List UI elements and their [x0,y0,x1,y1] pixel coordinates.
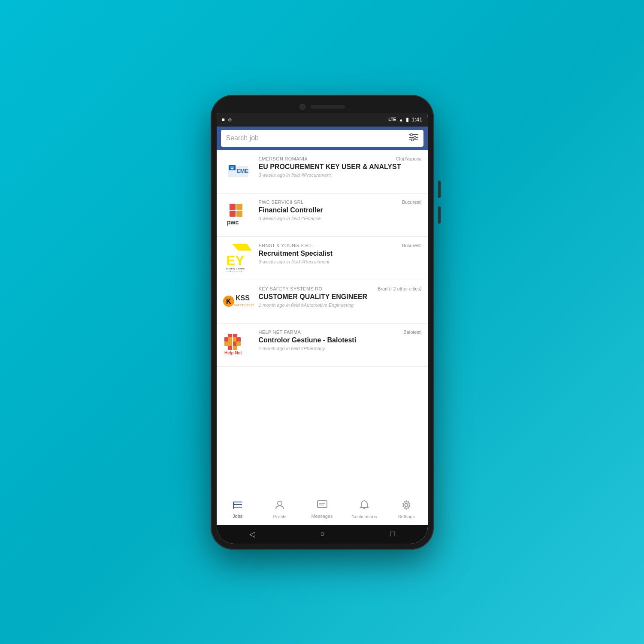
battery-icon: ▮ [406,116,409,123]
emerson-logo: EMERSON [223,156,254,187]
search-bar-container: Search job [217,127,428,150]
job-item-helpnet[interactable]: Help Net Help Net Farma Balotesti Contro… [217,324,428,367]
job-age: 3 weeks ago in field #Finance [259,216,422,221]
status-right-icons: LTE ▲ ▮ 1:41 [388,116,422,123]
app-screen: ■ ☺ LTE ▲ ▮ 1:41 Search job [217,113,428,544]
company-name: Help Net Farma [259,330,301,335]
lte-icon: LTE [388,117,396,122]
phone-device: ■ ☺ LTE ▲ ▮ 1:41 Search job [211,95,434,550]
status-left-icons: ■ ☺ [222,117,233,123]
svg-rect-30 [236,337,241,342]
status-bar: ■ ☺ LTE ▲ ▮ 1:41 [217,113,428,127]
search-input-wrapper[interactable]: Search job [221,130,423,147]
notification-icon-2: ☺ [227,117,233,123]
svg-text:EY: EY [226,253,245,268]
svg-text:K: K [226,298,231,305]
nav-item-messages[interactable]: Messages [301,498,343,521]
svg-rect-35 [228,346,232,350]
svg-point-47 [405,503,408,506]
job-list: EMERSON EMERSON ROMANIA Cluj Napoca EU P… [217,150,428,494]
svg-point-5 [411,139,413,141]
svg-rect-36 [233,346,237,350]
speaker [311,105,345,109]
svg-rect-32 [228,342,232,346]
time-display: 1:41 [411,116,422,123]
camera [299,104,305,110]
nav-item-settings[interactable]: Settings [385,497,427,522]
nav-item-profile[interactable]: Profile [259,497,301,522]
job-title: Controlor Gestiune - Balotesti [259,336,422,344]
svg-point-3 [410,133,412,136]
job-location: Bucuresti [402,200,422,205]
job-item-ey[interactable]: EY Building a better working world Ernst… [217,237,428,280]
settings-label: Settings [398,514,415,519]
volume-down-button[interactable] [438,206,441,224]
svg-rect-14 [230,211,236,217]
bottom-nav: Jobs Profile [217,494,428,525]
svg-text:Building a better: Building a better [226,267,245,270]
svg-rect-12 [230,204,236,210]
messages-icon [317,500,327,512]
notifications-label: Notifications [351,514,377,519]
filter-icon[interactable] [409,133,418,143]
job-age: 3 weeks ago in field #Procurement [259,172,422,178]
job-age: 1 month ago in field #Automotive Enginee… [259,302,422,308]
company-name: EMERSON ROMANIA [259,156,308,161]
job-age: 1 month ago in field #Pharmacy [259,346,422,351]
jobs-icon [233,500,243,512]
phone-top-bar [217,101,428,113]
job-info-ey: Ernst & Young S.R.L. Bucuresti Recruitme… [259,243,422,264]
svg-rect-15 [236,211,242,217]
svg-rect-28 [228,337,232,342]
svg-point-42 [278,501,282,505]
svg-text:EMERSON: EMERSON [236,168,249,174]
volume-up-button[interactable] [438,181,441,198]
svg-marker-17 [232,244,252,251]
job-info-kss: Key Safety Systems RO Brad (+2 other cit… [259,286,422,308]
phone-screen: ■ ☺ LTE ▲ ▮ 1:41 Search job [217,101,428,544]
nav-item-jobs[interactable]: Jobs [217,498,259,521]
job-location: Cluj Napoca [396,156,422,161]
svg-rect-43 [317,501,327,508]
svg-text:SAFETY SYSTEMS: SAFETY SYSTEMS [234,304,254,307]
kss-logo: K KSS SAFETY SYSTEMS [223,286,254,317]
job-title: EU PROCUREMENT KEY USER & ANALYST [259,163,422,171]
svg-point-4 [414,136,416,138]
signal-icon: ▲ [399,117,403,122]
jobs-label: Jobs [233,514,242,519]
notification-icon-1: ■ [222,117,225,123]
messages-label: Messages [311,514,333,519]
back-button[interactable]: ◁ [249,529,255,539]
job-item-kss[interactable]: K KSS SAFETY SYSTEMS Key Safety Systems … [217,280,428,324]
job-info-pwc: PwC Servicii SRL Bucuresti Financial Con… [259,200,422,221]
company-name: Ernst & Young S.R.L. [259,243,314,248]
svg-rect-34 [236,342,241,346]
company-name: Key Safety Systems RO [259,286,323,291]
profile-icon [275,500,284,513]
notifications-icon [360,500,369,513]
svg-rect-13 [236,204,242,210]
settings-icon [401,500,411,513]
svg-text:working world: working world [226,271,242,272]
svg-text:pwc: pwc [227,219,239,226]
job-location: Balotesti [403,330,421,335]
svg-text:Help Net: Help Net [224,351,242,355]
helpnet-logo: Help Net [223,330,254,360]
profile-label: Profile [273,514,287,519]
recent-button[interactable]: □ [390,529,395,538]
job-info-helpnet: Help Net Farma Balotesti Controlor Gesti… [259,330,422,351]
job-item-pwc[interactable]: pwc PwC Servicii SRL Bucuresti Financial… [217,194,428,237]
nav-item-notifications[interactable]: Notifications [343,497,385,522]
android-nav-bar: ◁ ○ □ [217,525,428,544]
job-item-emerson[interactable]: EMERSON EMERSON ROMANIA Cluj Napoca EU P… [217,150,428,194]
job-title: CUSTOMER QUALITY ENGINEER [259,293,422,301]
home-button[interactable]: ○ [320,529,325,538]
pwc-logo: pwc [223,200,254,230]
job-location: Brad (+2 other cities) [378,286,421,291]
job-title: Financial Controller [259,206,422,214]
job-title: Recruitment Specialist [259,249,422,257]
svg-text:KSS: KSS [236,294,250,302]
search-input[interactable]: Search job [226,134,409,142]
ey-logo: EY Building a better working world [223,243,254,274]
job-info-emerson: EMERSON ROMANIA Cluj Napoca EU PROCUREME… [259,156,422,178]
